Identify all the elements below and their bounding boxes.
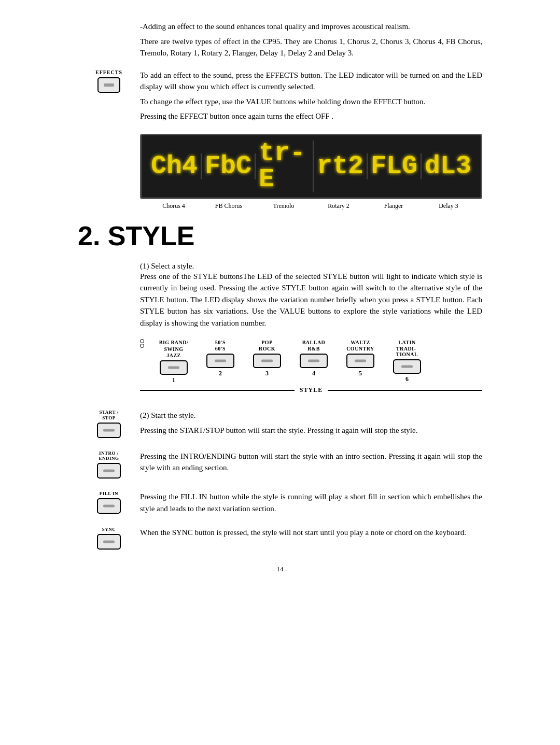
intro-para1: -Adding an effect to the sound enhances … — [140, 21, 482, 33]
led-label-flanger: Flanger — [366, 202, 421, 210]
led-chorus4: Ch4 — [148, 153, 202, 179]
start-stop-block: START /STOP — [78, 410, 140, 438]
style-label-bigband: BIG BAND/SWING — [159, 339, 188, 353]
style-button-4: BALLAD R&B 4 — [290, 339, 337, 377]
style-button-3: POP ROCK 3 — [244, 339, 290, 377]
style-num-3: 3 — [265, 370, 269, 377]
led-flanger: FLG — [368, 153, 422, 179]
intro-ending-button[interactable] — [97, 463, 121, 479]
sync-para: When the SYNC button is pressed, the sty… — [140, 527, 482, 539]
style-top-labels-4: BALLAD R&B — [302, 339, 326, 352]
intro-ending-text: Pressing the INTRO/ENDING button will st… — [140, 451, 482, 474]
style-btn-4[interactable] — [300, 354, 328, 368]
style-label-60s: 60'S — [215, 346, 226, 352]
led-rotary2: rt2 — [314, 153, 368, 179]
sync-row: SYNC When the SYNC button is pressed, th… — [78, 527, 482, 550]
style-label-latin: LATIN — [398, 339, 415, 346]
style-num-5: 5 — [359, 370, 362, 377]
effects-text: To add an effect to the sound, press the… — [140, 69, 482, 125]
effects-button-block: EFFECTS — [78, 69, 140, 93]
style-num-6: 6 — [405, 375, 409, 383]
effects-para5: Pressing the EFFECT button once again tu… — [140, 110, 482, 122]
intro-section: -Adding an effect to the sound enhances … — [140, 21, 482, 59]
fill-in-text: Pressing the FILL IN button while the st… — [140, 491, 482, 514]
style-label-pop: POP — [261, 339, 273, 346]
led-label-fbchorus: FB Chorus — [201, 202, 256, 210]
effects-para3: To add an effect to the sound, press the… — [140, 69, 482, 93]
style-button-1: BIG BAND/SWING JAZZ 1 — [150, 339, 197, 384]
led-indicator-area — [140, 339, 146, 348]
style-buttons-row: BIG BAND/SWING JAZZ 1 50'S 60'S 2 POP — [140, 339, 482, 384]
page: -Adding an effect to the sound enhances … — [78, 21, 482, 573]
style-top-labels-1: BIG BAND/SWING JAZZ — [159, 339, 188, 358]
fill-in-row: FILL IN Pressing the FILL IN button whil… — [78, 491, 482, 514]
style-top-labels-5: WALTZ COUNTRY — [346, 339, 374, 352]
style-top-labels-2: 50'S 60'S — [215, 339, 226, 352]
style-btn-1[interactable] — [160, 360, 188, 375]
led-fbchorus: FbC — [202, 153, 256, 179]
led-circle-1 — [140, 339, 144, 343]
fill-in-block: FILL IN — [78, 491, 140, 514]
style-heading: 2. STYLE — [78, 220, 482, 251]
style-label-traditional: TRADI-TIONAL — [396, 346, 418, 357]
led-delay3: dL3 — [422, 153, 474, 179]
intro-ending-row: INTRO /ENDING Pressing the INTRO/ENDING … — [78, 451, 482, 479]
style-diagram: BIG BAND/SWING JAZZ 1 50'S 60'S 2 POP — [140, 339, 482, 394]
start-stop-text: (2) Start the style. Pressing the START/… — [140, 410, 482, 436]
led-label-tremolo: Tremolo — [256, 202, 311, 210]
intro-para2: There are twelve types of effect in the … — [140, 36, 482, 59]
led-tremolo: tr-E — [256, 140, 314, 192]
style-button-6: LATIN TRADI-TIONAL 6 — [384, 339, 430, 383]
style-label-rnb: R&B — [307, 346, 320, 352]
effects-button[interactable] — [97, 77, 120, 93]
style-content: Press one of the STYLE buttons​The LED o… — [140, 271, 482, 329]
style-top-labels-6: LATIN TRADI-TIONAL — [396, 339, 418, 357]
start-stop-label: START /STOP — [99, 410, 118, 421]
step1-text: Press one of the STYLE buttons​The LED o… — [140, 271, 482, 329]
intro-ending-label: INTRO /ENDING — [99, 451, 119, 462]
style-button-2: 50'S 60'S 2 — [197, 339, 244, 377]
fill-in-para: Pressing the FILL IN button while the st… — [140, 491, 482, 514]
effects-row: EFFECTS To add an effect to the sound, p… — [78, 69, 482, 125]
fill-in-label: FILL IN — [100, 491, 118, 497]
led-label-rotary2: Rotary 2 — [311, 202, 366, 210]
effects-label: EFFECTS — [95, 69, 122, 75]
style-label-jazz: JAZZ — [166, 353, 181, 358]
step2-text: Pressing the START/STOP button will star… — [140, 425, 482, 437]
led-label-delay3: Delay 3 — [421, 202, 476, 210]
sync-block: SYNC — [78, 527, 140, 550]
intro-ending-block: INTRO /ENDING — [78, 451, 140, 479]
style-label-50s: 50'S — [215, 339, 226, 346]
style-button-5: WALTZ COUNTRY 5 — [337, 339, 384, 377]
style-label-ballad: BALLAD — [302, 339, 326, 346]
style-btn-5[interactable] — [346, 354, 374, 368]
style-top-labels-3: POP ROCK — [259, 339, 275, 352]
style-label-waltz: WALTZ — [351, 339, 370, 346]
side-buttons-section: START /STOP (2) Start the style. Pressin… — [78, 410, 482, 550]
style-line: STYLE — [140, 386, 482, 394]
style-label-country: COUNTRY — [346, 346, 374, 352]
step1-label-text: (1) Select a style. — [140, 262, 482, 271]
led-display-container: Ch4 FbC tr-E rt2 FLG dL3 Chorus 4 FB Cho… — [140, 134, 482, 210]
sync-label: SYNC — [102, 527, 116, 532]
style-step1-label: (1) Select a style. — [140, 262, 482, 271]
style-num-2: 2 — [219, 370, 222, 377]
style-num-4: 4 — [312, 370, 315, 377]
effects-para4: To change the effect type, use the VALUE… — [140, 96, 482, 108]
style-group-1-with-led: BIG BAND/SWING JAZZ 1 — [140, 339, 197, 384]
start-stop-button[interactable] — [97, 423, 121, 438]
style-btn-2[interactable] — [206, 354, 234, 368]
led-labels: Chorus 4 FB Chorus Tremolo Rotary 2 Flan… — [140, 202, 482, 210]
style-btn-6[interactable] — [393, 359, 421, 374]
step2-label: (2) Start the style. — [140, 410, 482, 421]
style-line-label: STYLE — [295, 386, 328, 394]
fill-in-button[interactable] — [97, 498, 121, 514]
led-display: Ch4 FbC tr-E rt2 FLG dL3 — [140, 134, 482, 199]
sync-button[interactable] — [97, 534, 121, 550]
style-label-rock: ROCK — [259, 346, 275, 352]
sync-text: When the SYNC button is pressed, the sty… — [140, 527, 482, 539]
style-btn-3[interactable] — [253, 354, 281, 368]
led-circle-2 — [140, 344, 144, 348]
style-line-left — [140, 390, 295, 391]
page-number: – 14 – — [78, 565, 482, 573]
